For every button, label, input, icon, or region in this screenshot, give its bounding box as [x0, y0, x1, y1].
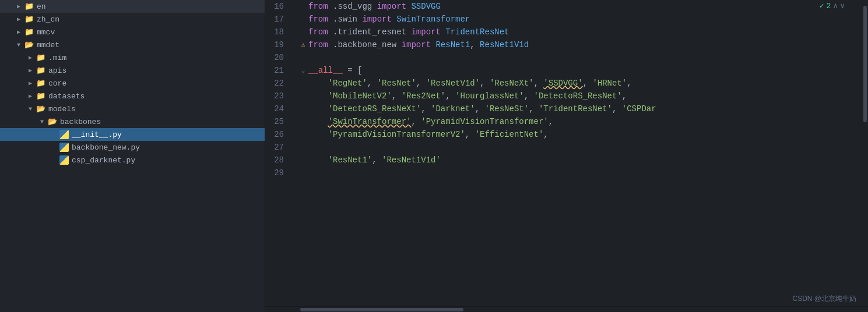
code-plain: = [: [343, 64, 363, 77]
py-file-icon: [59, 155, 69, 165]
marker-22: [299, 77, 307, 90]
folder-icon-open: 📂: [36, 104, 45, 114]
code-str: 'PyramidVisionTransformer': [421, 115, 548, 128]
code-str: 'SSDVGG': [543, 77, 582, 90]
chevron-icon: [14, 16, 23, 23]
kw-from: from: [308, 0, 328, 13]
folder-icon-open: 📂: [48, 117, 57, 126]
code-plain: ,: [367, 77, 377, 90]
code-str: 'HourglassNet': [455, 90, 524, 102]
sidebar-item-label: en: [37, 2, 46, 11]
horizontal-scrollbar[interactable]: [265, 306, 868, 312]
code-str: 'DetectoRS_ResNeXt': [328, 102, 421, 115]
marker-24: [299, 102, 307, 115]
sidebar-item-label: backbones: [60, 118, 101, 126]
sidebar-item-models[interactable]: 📂 models: [0, 102, 265, 115]
sidebar-item-core[interactable]: 📁 core: [0, 77, 265, 90]
code-str: 'EfficientNet': [475, 128, 544, 141]
code-str: 'ResNet1': [328, 154, 372, 166]
sidebar-item-label: apis: [48, 66, 66, 75]
sidebar-item-label: zh_cn: [37, 15, 59, 24]
line-num-25: 25: [265, 115, 289, 128]
code-line-29: [299, 166, 860, 179]
code-plain: ,: [465, 128, 475, 141]
sidebar-item-backbones[interactable]: 📂 backbones: [0, 115, 265, 128]
line-num-26: 26: [265, 128, 289, 141]
marker-17: [299, 13, 307, 26]
code-indent: [308, 77, 328, 90]
code-indent: [308, 115, 328, 128]
sidebar-item-mmcv[interactable]: 📁 mmcv: [0, 26, 265, 38]
sidebar-item-datasets[interactable]: 📁 datasets: [0, 90, 265, 102]
line-num-20: 20: [265, 51, 289, 64]
folder-icon: 📁: [36, 91, 45, 101]
fold-marker-21[interactable]: ⌄: [299, 64, 307, 77]
code-str: 'ResNet': [377, 77, 416, 90]
kw-from: from: [308, 26, 328, 38]
sidebar-item-en[interactable]: 📁 en: [0, 0, 265, 13]
code-line-23: 'MobileNetV2' , 'Res2Net' , 'HourglassNe…: [299, 90, 860, 102]
code-plain: .ssd_vgg: [328, 0, 377, 13]
folder-icon: 📁: [24, 15, 34, 24]
kw-import: import: [411, 26, 440, 38]
code-plain: ,: [475, 102, 485, 115]
line-num-22: 22: [265, 77, 289, 90]
code-plain: [406, 0, 411, 13]
folder-icon: 📁: [24, 27, 34, 37]
chevron-icon: [26, 80, 35, 87]
code-fn: ResNet1V1d: [480, 38, 529, 51]
chevron-icon: [14, 29, 23, 36]
sidebar-item-label: csp_darknet.py: [72, 156, 135, 165]
code-plain: ,: [411, 115, 421, 128]
vertical-scrollbar[interactable]: [860, 0, 868, 306]
marker-18: [299, 26, 307, 38]
code-line-17: from .swin import SwinTransformer: [299, 13, 860, 26]
code-plain: ,: [549, 115, 553, 128]
sidebar-item-backbone-new-py[interactable]: backbone_new.py: [0, 141, 265, 154]
kw-from: from: [308, 38, 328, 51]
code-plain: ,: [622, 90, 627, 102]
chevron-icon: [14, 3, 23, 10]
h-scrollbar-thumb[interactable]: [300, 308, 463, 311]
sidebar-item-zh-cn[interactable]: 📁 zh_cn: [0, 13, 265, 26]
marker-28: [299, 154, 307, 166]
marker-16: [299, 0, 307, 13]
code-plain: ,: [627, 77, 631, 90]
sidebar-item-label: mmcv: [37, 28, 55, 37]
sidebar-item-csp-darknet-py[interactable]: csp_darknet.py: [0, 154, 265, 166]
line-num-24: 24: [265, 102, 289, 115]
sidebar-item-mmdet[interactable]: 📂 mmdet: [0, 38, 265, 51]
code-str: 'RegNet': [328, 77, 367, 90]
code-fn: TridentResNet: [445, 26, 509, 38]
sidebar-item-apis[interactable]: 📁 apis: [0, 64, 265, 77]
code-plain: ,: [416, 77, 426, 90]
watermark-text: CSDN @北京纯牛奶: [792, 294, 856, 304]
code-plain: ,: [543, 128, 548, 141]
code-str: 'CSPDar: [622, 102, 656, 115]
code-indent: [308, 154, 328, 166]
code-plain: .swin: [328, 13, 363, 26]
code-plain: ,: [524, 90, 534, 102]
code-indent: [308, 102, 328, 115]
code-fn: ResNet1: [435, 38, 470, 51]
code-line-22: 'RegNet' , 'ResNet' , 'ResNetV1d' , 'Res…: [299, 77, 860, 90]
sidebar-item-mim[interactable]: 📁 .mim: [0, 51, 265, 64]
code-editor: ✓ 2 ∧ ∨ 16 17 18 19 20 21 22 23 24 25 26…: [265, 0, 868, 312]
code-content[interactable]: from .ssd_vgg import SSDVGG from .swin i…: [294, 0, 860, 306]
code-plain: ,: [445, 90, 455, 102]
kw-import: import: [402, 38, 431, 51]
code-plain: ,: [470, 38, 480, 51]
code-line-20: [299, 51, 860, 64]
marker-27: [299, 141, 307, 154]
line-num-27: 27: [265, 141, 289, 154]
code-plain: [441, 26, 445, 38]
sidebar-item-init-py[interactable]: __init__.py: [0, 128, 265, 141]
code-fn: SwinTransformer: [396, 13, 470, 26]
code-plain: .trident_resnet: [328, 26, 412, 38]
line-num-28: 28: [265, 154, 289, 166]
scrollbar-thumb[interactable]: [863, 6, 867, 122]
code-dunder: __all__: [308, 64, 343, 77]
code-str: 'ResNet1V1d': [382, 154, 441, 166]
code-fn: SSDVGG: [411, 0, 440, 13]
code-str: 'ResNetV1d': [426, 77, 480, 90]
